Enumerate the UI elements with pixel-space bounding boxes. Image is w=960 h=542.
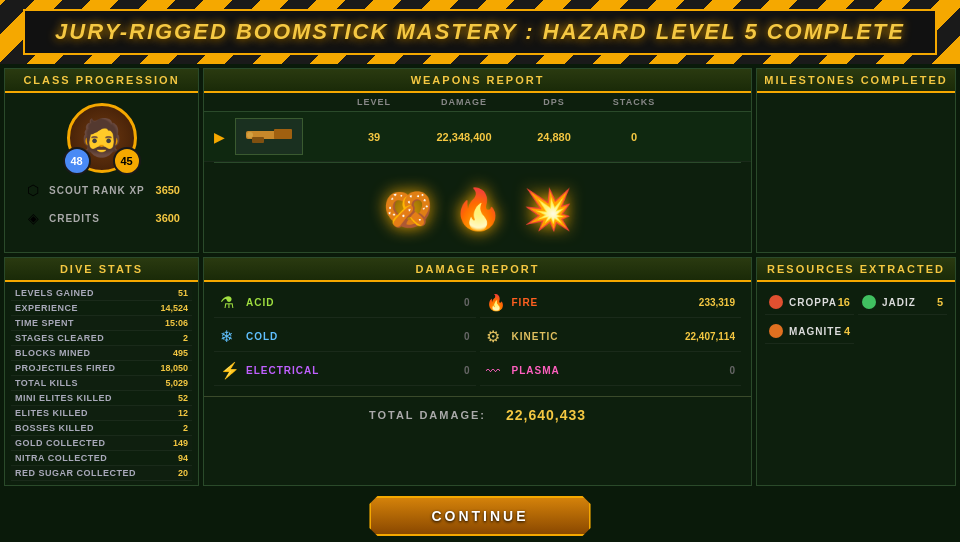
resources-panel: RESOURCES EXTRACTED CROPPA 16 JADIZ	[756, 257, 956, 486]
milestones-panel: MILESTONES COMPLETED	[756, 68, 956, 253]
player-info: 🧔 45 48 ⬡ SCOUT RANK XP 3650 ◈ CREDITS 3…	[5, 93, 198, 239]
magnite-count: 4	[844, 325, 850, 337]
electrical-value: 0	[464, 365, 470, 376]
dive-row-nitra: NITRA COLLECTED 94	[11, 451, 192, 466]
fire-type: 🔥 FIRE	[486, 293, 539, 312]
dive-row-time: TIME SPENT 15:06	[11, 316, 192, 331]
kinetic-label: KINETIC	[512, 331, 559, 342]
damage-grid: ⚗ ACID 0 🔥 FIRE 233,319 ❄ COLD 0	[204, 282, 751, 392]
electrical-label: ELECTRICAL	[246, 365, 319, 376]
dive-row-blocks: BLOCKS MINED 495	[11, 346, 192, 361]
main-content: CLASS PROGRESSION 🧔 45 48 ⬡ SCOUT RANK X…	[0, 64, 960, 490]
bottom-bar: CONTINUE	[0, 490, 960, 542]
dive-row-stages: STAGES CLEARED 2	[11, 331, 192, 346]
col-stacks: STACKS	[594, 97, 674, 107]
kinetic-icon: ⚙	[486, 327, 506, 346]
badge-secondary: 48	[63, 147, 91, 175]
croppa-name: CROPPA	[789, 297, 837, 308]
dive-row-elites: ELITES KILLED 12	[11, 406, 192, 421]
jadiz-count: 5	[937, 296, 943, 308]
avatar-container: 🧔 45 48	[67, 103, 137, 173]
weapon-damage: 22,348,400	[414, 131, 514, 143]
triangle-icon: ▶	[214, 129, 225, 145]
credits-row: ◈ CREDITS 3600	[15, 207, 188, 229]
jadiz-name: JADIZ	[882, 297, 916, 308]
svg-point-3	[247, 132, 253, 138]
resource-row-croppa: CROPPA 16	[765, 290, 854, 315]
credits-label: CREDITS	[49, 213, 150, 224]
jadiz-dot	[862, 295, 876, 309]
magnite-left: MAGNITE	[769, 324, 842, 338]
perk-icon-2: 🔥	[453, 186, 503, 233]
weapons-table-header: LEVEL DAMAGE DPS STACKS	[204, 93, 751, 112]
weapons-report-panel: WEAPONS REPORT LEVEL DAMAGE DPS STACKS ▶	[203, 68, 752, 253]
dive-row-projectiles: PROJECTILES FIRED 18,050	[11, 361, 192, 376]
acid-value: 0	[464, 297, 470, 308]
milestones-header: MILESTONES COMPLETED	[757, 69, 955, 93]
scout-rank-value: 3650	[156, 184, 180, 196]
plasma-value: 0	[729, 365, 735, 376]
page-title: JURY-RIGGED BOOMSTICK MASTERY : HAZARD L…	[23, 9, 937, 55]
damage-row-cold: ❄ COLD 0	[214, 322, 476, 352]
weapon-stacks: 0	[594, 131, 674, 143]
acid-label: ACID	[246, 297, 274, 308]
weapon-dps: 24,880	[514, 131, 594, 143]
credits-icon: ◈	[23, 210, 43, 226]
dive-row-levels-gained: LEVELS GAINED 51	[11, 286, 192, 301]
fire-label: FIRE	[512, 297, 539, 308]
weapon-level: 39	[334, 131, 414, 143]
kinetic-type: ⚙ KINETIC	[486, 327, 559, 346]
damage-row-electrical: ⚡ ELECTRICAL 0	[214, 356, 476, 386]
acid-icon: ⚗	[220, 293, 240, 312]
weapon-icon-cell: ▶	[214, 118, 334, 155]
damage-row-fire: 🔥 FIRE 233,319	[480, 288, 742, 318]
magnite-name: MAGNITE	[789, 326, 842, 337]
fire-value: 233,319	[699, 297, 735, 308]
croppa-dot	[769, 295, 783, 309]
resources-header: RESOURCES EXTRACTED	[757, 258, 955, 282]
fire-icon: 🔥	[486, 293, 506, 312]
continue-button[interactable]: CONTINUE	[369, 496, 590, 536]
credits-value: 3600	[156, 212, 180, 224]
plasma-type: 〰 PLASMA	[486, 363, 560, 379]
weapon-row: ▶ 39 22,348,400 24,880 0	[204, 112, 751, 162]
perks-area: 🥨 🔥 💥	[204, 163, 751, 256]
scout-rank-row: ⬡ SCOUT RANK XP 3650	[15, 179, 188, 201]
col-damage: DAMAGE	[414, 97, 514, 107]
top-banner: JURY-RIGGED BOOMSTICK MASTERY : HAZARD L…	[0, 0, 960, 64]
scout-rank-label: SCOUT RANK XP	[49, 185, 150, 196]
class-progression-panel: CLASS PROGRESSION 🧔 45 48 ⬡ SCOUT RANK X…	[4, 68, 199, 253]
dive-stats-header: DIVE STATS	[5, 258, 198, 282]
class-progression-header: CLASS PROGRESSION	[5, 69, 198, 93]
dive-row-bosses: BOSSES KILLED 2	[11, 421, 192, 436]
badge-primary: 45	[113, 147, 141, 175]
dive-stats-panel: DIVE STATS LEVELS GAINED 51 EXPERIENCE 1…	[4, 257, 199, 486]
scout-icon: ⬡	[23, 182, 43, 198]
total-value: 22,640,433	[506, 407, 586, 423]
electrical-icon: ⚡	[220, 361, 240, 380]
jadiz-left: JADIZ	[862, 295, 916, 309]
dive-row-gold: GOLD COLLECTED 149	[11, 436, 192, 451]
total-label: TOTAL DAMAGE:	[369, 409, 486, 421]
kinetic-value: 22,407,114	[685, 331, 735, 342]
croppa-left: CROPPA	[769, 295, 837, 309]
cold-type: ❄ COLD	[220, 327, 278, 346]
weapons-report-header: WEAPONS REPORT	[204, 69, 751, 93]
resource-row-magnite: MAGNITE 4	[765, 319, 854, 344]
svg-rect-2	[252, 137, 264, 143]
acid-type: ⚗ ACID	[220, 293, 274, 312]
damage-report-header: DAMAGE REPORT	[204, 258, 751, 282]
cold-value: 0	[464, 331, 470, 342]
croppa-count: 16	[838, 296, 850, 308]
dive-row-kills: TOTAL KILLS 5,029	[11, 376, 192, 391]
cold-icon: ❄	[220, 327, 240, 346]
svg-rect-1	[274, 129, 292, 139]
dive-row-experience: EXPERIENCE 14,524	[11, 301, 192, 316]
resource-list: CROPPA 16 JADIZ 5 MAGNITE	[757, 282, 955, 352]
damage-row-plasma: 〰 PLASMA 0	[480, 356, 742, 386]
resource-row-jadiz: JADIZ 5	[858, 290, 947, 315]
dive-stats-table: LEVELS GAINED 51 EXPERIENCE 14,524 TIME …	[5, 282, 198, 485]
dive-row-red-sugar: RED SUGAR COLLECTED 20	[11, 466, 192, 481]
plasma-label: PLASMA	[512, 365, 560, 376]
perk-icon-1: 🥨	[383, 186, 433, 233]
